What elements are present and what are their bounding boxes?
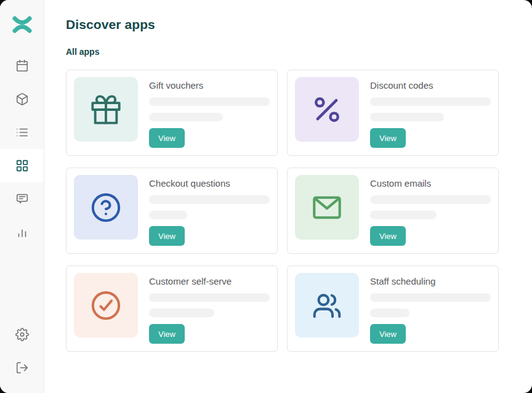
brand-x-logo-icon — [10, 12, 34, 37]
sidebar-item-calendar[interactable] — [0, 49, 44, 83]
question-icon — [89, 191, 123, 224]
skeleton-line — [149, 211, 187, 219]
sidebar-item-reports[interactable] — [0, 216, 44, 249]
main-content: Discover apps All apps Gift vouchers Vie… — [44, 0, 532, 393]
card-body: Checkout questions View — [149, 175, 270, 246]
bar-chart-icon — [15, 225, 29, 239]
view-button[interactable]: View — [370, 128, 406, 148]
sidebar-footer — [0, 318, 44, 393]
app-tile — [295, 77, 359, 142]
sidebar — [0, 0, 44, 393]
skeleton-line — [149, 293, 270, 302]
card-title: Custom emails — [370, 177, 431, 190]
skeleton-line — [149, 309, 214, 317]
app-tile — [295, 273, 359, 338]
card-body: Gift vouchers View — [149, 77, 270, 148]
check-icon — [89, 289, 123, 322]
app-tile — [74, 175, 138, 240]
card-title: Checkout questions — [149, 177, 230, 190]
card-body: Staff scheduling View — [370, 273, 491, 344]
skeleton-line — [370, 113, 444, 121]
brand-logo[interactable] — [0, 0, 44, 49]
app-window: Discover apps All apps Gift vouchers Vie… — [0, 0, 532, 393]
view-button[interactable]: View — [149, 128, 185, 148]
app-card-custom-emails: Custom emails View — [287, 168, 499, 254]
skeleton-line — [149, 97, 270, 106]
card-body: Customer self-serve View — [149, 273, 270, 344]
skeleton-line — [370, 97, 491, 106]
card-title: Customer self-serve — [149, 275, 232, 288]
skeleton-line — [370, 211, 437, 219]
percent-icon — [310, 92, 344, 127]
app-card-staff-scheduling: Staff scheduling View — [287, 265, 499, 352]
skeleton-line — [370, 195, 491, 204]
app-tile — [74, 273, 138, 338]
section-label: All apps — [66, 47, 532, 57]
sidebar-item-settings[interactable] — [0, 318, 44, 351]
gift-icon — [90, 94, 122, 126]
app-card-customer-self-serve: Customer self-serve View — [66, 265, 278, 352]
mail-icon — [310, 191, 344, 224]
grid-icon — [15, 159, 29, 172]
skeleton-line — [149, 195, 270, 204]
chat-icon — [15, 192, 29, 206]
app-card-discount-codes: Discount codes View — [287, 70, 499, 156]
card-title: Discount codes — [370, 79, 433, 92]
sidebar-spacer — [0, 249, 44, 318]
users-icon — [310, 289, 344, 322]
sidebar-item-package[interactable] — [0, 83, 44, 116]
sidebar-nav — [0, 49, 44, 249]
page-title: Discover apps — [66, 17, 532, 32]
logout-icon — [15, 361, 29, 375]
view-button[interactable]: View — [149, 226, 185, 246]
list-icon — [15, 126, 29, 139]
settings-icon — [15, 328, 29, 341]
package-icon — [15, 92, 29, 106]
app-tile — [74, 77, 138, 142]
sidebar-item-logout[interactable] — [0, 351, 44, 384]
view-button[interactable]: View — [370, 226, 406, 246]
skeleton-line — [370, 293, 491, 302]
skeleton-line — [370, 309, 409, 317]
card-body: Discount codes View — [370, 77, 491, 148]
card-title: Gift vouchers — [149, 79, 203, 92]
sidebar-item-messages[interactable] — [0, 182, 44, 216]
calendar-icon — [15, 59, 29, 73]
card-title: Staff scheduling — [370, 275, 435, 288]
skeleton-line — [149, 113, 223, 121]
app-card-checkout-questions: Checkout questions View — [66, 168, 278, 254]
app-card-gift-vouchers: Gift vouchers View — [66, 70, 278, 156]
view-button[interactable]: View — [370, 324, 406, 344]
app-card-grid: Gift vouchers View Discount codes View — [66, 70, 532, 352]
app-tile — [295, 175, 359, 240]
view-button[interactable]: View — [149, 324, 185, 344]
sidebar-item-list[interactable] — [0, 116, 44, 149]
sidebar-item-apps[interactable] — [0, 149, 44, 182]
card-body: Custom emails View — [370, 175, 491, 246]
